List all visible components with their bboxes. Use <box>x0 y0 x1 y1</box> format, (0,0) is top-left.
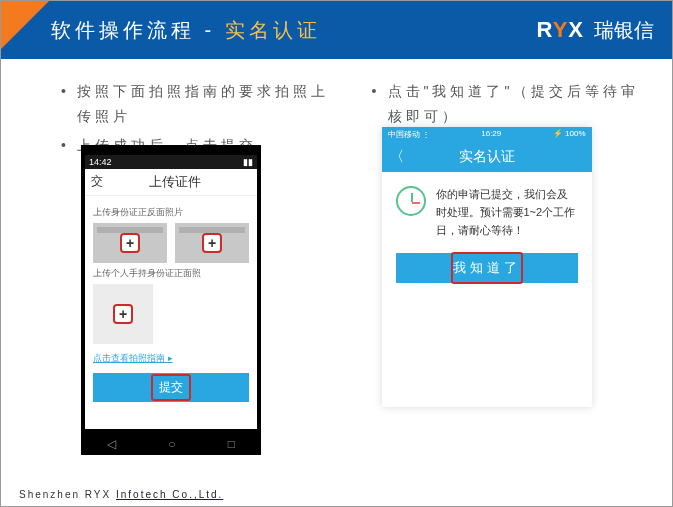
id-photo-row: + + <box>93 223 249 263</box>
add-selfie-button[interactable]: + <box>113 304 133 324</box>
android-phone-mock: 14:42 ▮▮ 交 上传证件 上传身份证正反面照片 + <box>81 145 261 455</box>
android-screen: 14:42 ▮▮ 交 上传证件 上传身份证正反面照片 + <box>85 155 257 429</box>
footer-text: Shenzhen RYX Infotech Co.,Ltd. <box>19 489 223 500</box>
upload-navbar: 交 上传证件 <box>85 169 257 196</box>
add-id-front-button[interactable]: + <box>120 233 140 253</box>
submit-button[interactable]: 提交 <box>93 373 249 402</box>
android-statusbar: 14:42 ▮▮ <box>85 155 257 169</box>
brand-cn: 瑞银信 <box>594 17 654 44</box>
statusbar-time: 14:42 <box>89 157 112 167</box>
id-stripe <box>97 227 163 233</box>
id-stripe <box>179 227 245 233</box>
id-section-label: 上传身份证正反面照片 <box>93 206 249 219</box>
highlight-box <box>151 374 191 401</box>
slide-header: 软件操作流程 - 实名认证 RYX 瑞银信 <box>1 1 672 59</box>
verify-navbar: 〈 实名认证 <box>382 142 592 172</box>
photo-guide-link[interactable]: 点击查看拍照指南 ▸ <box>93 352 173 365</box>
carrier-label: 中国移动 ⋮ <box>388 129 430 140</box>
add-id-back-button[interactable]: + <box>202 233 222 253</box>
highlight-box <box>451 252 523 284</box>
left-bullet-1: 按照下面拍照指南的要求拍照上传照片 <box>61 79 332 129</box>
right-column: 点击"我知道了"（提交后等待审核即可） 中国移动 ⋮ 16:29 ⚡ 100% … <box>372 79 643 455</box>
softkey-home-icon[interactable]: ○ <box>168 437 175 451</box>
title-accent: 实名认证 <box>225 19 321 41</box>
statusbar-icons: ▮▮ <box>243 157 253 167</box>
ios-phone-mock: 中国移动 ⋮ 16:29 ⚡ 100% 〈 实名认证 你的申请已提交，我们会及时… <box>382 127 592 407</box>
selfie-slot[interactable]: + <box>93 284 153 344</box>
title-prefix: 软件操作流程 - <box>51 19 225 41</box>
nav-back-label[interactable]: 交 <box>91 173 103 190</box>
logo-y: Y <box>553 17 569 42</box>
softkey-recent-icon[interactable]: □ <box>228 437 235 451</box>
i-know-button[interactable]: 我知道了 <box>396 253 578 283</box>
clock-icon <box>396 186 426 216</box>
left-column: 按照下面拍照指南的要求拍照上传照片 上传成功后，点击提交 14:42 ▮▮ 交 … <box>61 79 332 455</box>
brand-block: RYX 瑞银信 <box>537 17 654 44</box>
verify-nav-title: 实名认证 <box>459 148 515 164</box>
android-softkeys: ◁ ○ □ <box>81 437 261 451</box>
logo-x: X <box>568 17 584 42</box>
selfie-section-label: 上传个人手持身份证正面照 <box>93 267 249 280</box>
right-bullet-1: 点击"我知道了"（提交后等待审核即可） <box>372 79 643 129</box>
page-title: 软件操作流程 - 实名认证 <box>51 17 321 44</box>
corner-decoration <box>1 1 49 49</box>
confirmation-text: 你的申请已提交，我们会及时处理。预计需要1~2个工作日，请耐心等待！ <box>436 186 578 239</box>
footer-link[interactable]: Infotech Co.,Ltd. <box>116 489 223 500</box>
logo-r: R <box>537 17 553 42</box>
footer-left: Shenzhen RYX <box>19 489 116 500</box>
softkey-back-icon[interactable]: ◁ <box>107 437 116 451</box>
status-time: 16:29 <box>481 129 501 140</box>
battery-label: ⚡ 100% <box>553 129 586 140</box>
content-area: 按照下面拍照指南的要求拍照上传照片 上传成功后，点击提交 14:42 ▮▮ 交 … <box>1 59 672 455</box>
nav-title: 上传证件 <box>113 173 251 191</box>
back-chevron-icon[interactable]: 〈 <box>390 148 404 166</box>
id-back-slot[interactable]: + <box>175 223 249 263</box>
ios-statusbar: 中国移动 ⋮ 16:29 ⚡ 100% <box>382 127 592 142</box>
confirmation-message-row: 你的申请已提交，我们会及时处理。预计需要1~2个工作日，请耐心等待！ <box>382 172 592 249</box>
id-front-slot[interactable]: + <box>93 223 167 263</box>
brand-logo: RYX <box>537 17 584 43</box>
upload-body: 上传身份证正反面照片 + + 上传个人手持身份证正面照 + <box>85 196 257 408</box>
